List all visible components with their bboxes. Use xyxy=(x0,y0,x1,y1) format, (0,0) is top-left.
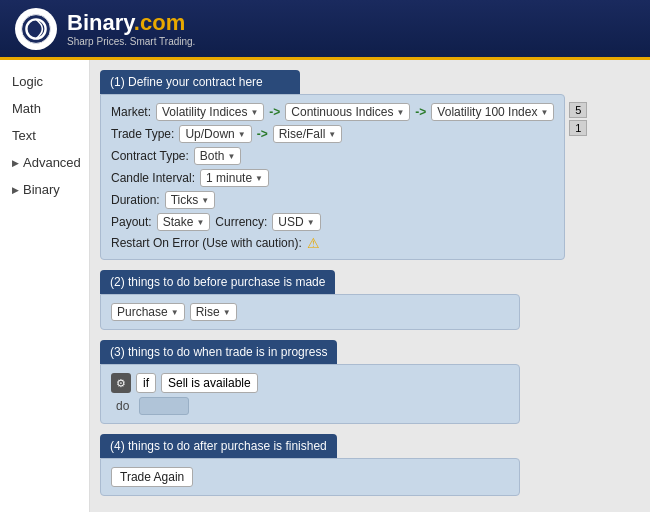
section-3: (3) things to do when trade is in progre… xyxy=(100,340,640,424)
section-2-header: (2) things to do before purchase is made xyxy=(100,270,335,294)
sidebar-item-advanced[interactable]: Advanced xyxy=(0,149,89,176)
restart-row: Restart On Error (Use with caution): ⚠ xyxy=(111,235,554,251)
contract-type-dropdown[interactable]: Both xyxy=(194,147,242,165)
sidebar-label-binary: Binary xyxy=(23,182,60,197)
contract-type-row: Contract Type: Both xyxy=(111,147,554,165)
duration-dropdown[interactable]: Ticks xyxy=(165,191,215,209)
do-block xyxy=(139,397,189,415)
sidebar: Logic Math Text Advanced Binary xyxy=(0,60,90,512)
trade-type-label: Trade Type: xyxy=(111,127,174,141)
purchase-row: Purchase Rise xyxy=(111,303,509,321)
rise-dropdown[interactable]: Rise xyxy=(190,303,237,321)
sidebar-label-math: Math xyxy=(12,101,41,116)
purchase-dropdown[interactable]: Purchase xyxy=(111,303,185,321)
logo-text: Binary.com xyxy=(67,10,195,36)
candle-interval-dropdown[interactable]: 1 minute xyxy=(200,169,269,187)
trade-again-button[interactable]: Trade Again xyxy=(111,467,193,487)
if-block: ⚙ if Sell is available xyxy=(111,373,509,393)
section-4-header: (4) things to do after purchase is finis… xyxy=(100,434,337,458)
market-dropdown-3[interactable]: Volatility 100 Index xyxy=(431,103,554,121)
trade-type-dropdown-2[interactable]: Rise/Fall xyxy=(273,125,343,143)
sidebar-item-math[interactable]: Math xyxy=(0,95,89,122)
section-4: (4) things to do after purchase is finis… xyxy=(100,434,640,496)
contract-type-label: Contract Type: xyxy=(111,149,189,163)
trade-type-dropdown-1[interactable]: Up/Down xyxy=(179,125,251,143)
section-1-header: (1) Define your contract here xyxy=(100,70,300,94)
trade-again-row: Trade Again xyxy=(111,467,509,487)
warning-icon: ⚠ xyxy=(307,235,320,251)
if-label: if xyxy=(136,373,156,393)
arrow-1: -> xyxy=(269,105,280,119)
sidebar-label-advanced: Advanced xyxy=(23,155,81,170)
sidebar-item-logic[interactable]: Logic xyxy=(0,68,89,95)
arrow-3: -> xyxy=(257,127,268,141)
duration-row: Duration: Ticks xyxy=(111,191,554,209)
trade-type-row: Trade Type: Up/Down -> Rise/Fall xyxy=(111,125,554,143)
arrow-2: -> xyxy=(415,105,426,119)
sidebar-item-binary[interactable]: Binary xyxy=(0,176,89,203)
main-content: (1) Define your contract here Market: Vo… xyxy=(90,60,650,512)
duration-label: Duration: xyxy=(111,193,160,207)
section-1-body: Market: Volatility Indices -> Continuous… xyxy=(100,94,565,260)
candle-interval-label: Candle Interval: xyxy=(111,171,195,185)
payout-row: Payout: Stake Currency: USD xyxy=(111,213,554,231)
payout-label: Payout: xyxy=(111,215,152,229)
market-dropdown-2[interactable]: Continuous Indices xyxy=(285,103,410,121)
section-3-body: ⚙ if Sell is available do xyxy=(100,364,520,424)
restart-label: Restart On Error (Use with caution): xyxy=(111,236,302,250)
sell-available-button[interactable]: Sell is available xyxy=(161,373,258,393)
sidebar-label-logic: Logic xyxy=(12,74,43,89)
market-row: Market: Volatility Indices -> Continuous… xyxy=(111,103,554,121)
side-number-1[interactable]: 1 xyxy=(569,120,587,136)
logo-icon xyxy=(15,8,57,50)
market-label: Market: xyxy=(111,105,151,119)
gear-button[interactable]: ⚙ xyxy=(111,373,131,393)
section-2-body: Purchase Rise xyxy=(100,294,520,330)
market-dropdown-1[interactable]: Volatility Indices xyxy=(156,103,264,121)
section-3-header: (3) things to do when trade is in progre… xyxy=(100,340,337,364)
payout-dropdown[interactable]: Stake xyxy=(157,213,211,231)
currency-dropdown[interactable]: USD xyxy=(272,213,320,231)
candle-interval-row: Candle Interval: 1 minute xyxy=(111,169,554,187)
tagline: Sharp Prices. Smart Trading. xyxy=(67,36,195,47)
side-number-5[interactable]: 5 xyxy=(569,102,587,118)
sidebar-item-text[interactable]: Text xyxy=(0,122,89,149)
header: Binary.com Sharp Prices. Smart Trading. xyxy=(0,0,650,60)
section-2: (2) things to do before purchase is made… xyxy=(100,270,640,330)
section-4-body: Trade Again xyxy=(100,458,520,496)
section-1: (1) Define your contract here Market: Vo… xyxy=(100,70,640,260)
sidebar-label-text: Text xyxy=(12,128,36,143)
do-label: do xyxy=(111,399,129,413)
currency-label: Currency: xyxy=(215,215,267,229)
